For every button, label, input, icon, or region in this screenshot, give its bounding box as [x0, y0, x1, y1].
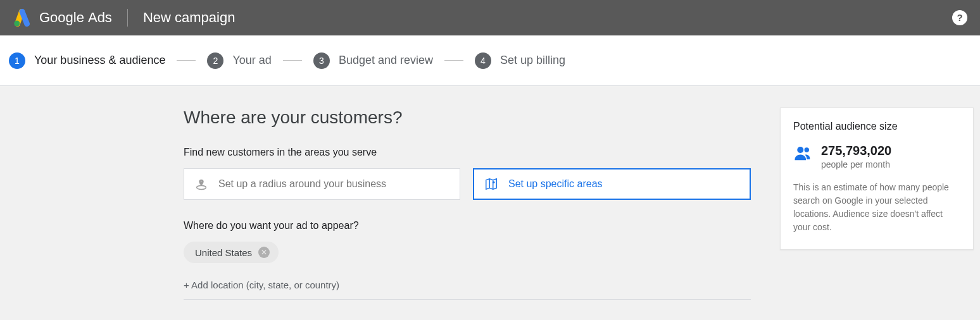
product-name-word1: Google — [39, 9, 84, 26]
product-lockup[interactable]: Google Ads — [13, 9, 112, 27]
header-title: New campaign — [143, 9, 236, 26]
step-business-audience[interactable]: 1 Your business & audience — [9, 52, 165, 69]
audience-icon — [793, 144, 812, 165]
help-icon: ? — [957, 12, 962, 23]
find-customers-heading: Find new customers in the areas you serv… — [184, 147, 751, 158]
help-button[interactable]: ? — [952, 10, 967, 25]
svg-point-4 — [797, 147, 803, 153]
step-label: Your business & audience — [34, 54, 165, 67]
audience-count: 275,793,020 — [821, 144, 891, 158]
targeting-options: Set up a radius around your business Set… — [184, 168, 751, 200]
svg-point-2 — [201, 181, 203, 183]
appear-heading: Where do you want your ad to appear? — [184, 220, 751, 231]
step-set-up-billing[interactable]: 4 Set up billing — [475, 52, 565, 69]
form-column: Where are your customers? Find new custo… — [184, 108, 751, 300]
audience-description: This is an estimate of how many people s… — [793, 181, 960, 234]
step-separator — [444, 60, 463, 61]
app-header: Google Ads New campaign ? — [0, 0, 980, 35]
main-content: Where are your customers? Find new custo… — [0, 86, 980, 300]
step-label: Set up billing — [500, 54, 565, 67]
step-budget-review[interactable]: 3 Budget and review — [313, 52, 433, 69]
svg-point-3 — [493, 181, 495, 183]
step-label: Your ad — [232, 54, 271, 67]
location-chip-label: United States — [195, 247, 252, 258]
product-name: Google Ads — [39, 9, 112, 26]
map-icon — [484, 177, 498, 191]
step-your-ad[interactable]: 2 Your ad — [207, 52, 271, 69]
step-number: 2 — [207, 52, 223, 69]
step-separator — [177, 60, 196, 61]
step-number: 1 — [9, 52, 25, 69]
step-separator — [283, 60, 302, 61]
radius-pin-icon — [194, 177, 208, 191]
header-divider — [127, 9, 128, 27]
progress-stepper: 1 Your business & audience 2 Your ad 3 B… — [0, 35, 980, 86]
step-label: Budget and review — [339, 54, 433, 67]
step-number: 4 — [475, 52, 491, 69]
step-number: 3 — [313, 52, 330, 69]
svg-point-1 — [197, 186, 206, 190]
option-specific-areas[interactable]: Set up specific areas — [473, 168, 751, 200]
google-ads-logo-icon — [13, 9, 32, 27]
audience-count-sub: people per month — [821, 159, 891, 169]
option-radius-label: Set up a radius around your business — [218, 178, 386, 190]
audience-size-panel: Potential audience size 275,793,020 peop… — [780, 108, 974, 250]
svg-point-0 — [14, 20, 20, 26]
location-chip[interactable]: United States ✕ — [184, 242, 279, 263]
option-radius[interactable]: Set up a radius around your business — [184, 168, 460, 200]
location-chips: United States ✕ — [184, 242, 751, 263]
panel-title: Potential audience size — [793, 121, 960, 132]
page-title: Where are your customers? — [184, 108, 751, 128]
audience-row: 275,793,020 people per month — [793, 144, 960, 169]
option-areas-label: Set up specific areas — [508, 178, 603, 190]
add-location-input[interactable]: + Add location (city, state, or country) — [184, 280, 751, 300]
remove-location-icon[interactable]: ✕ — [258, 247, 270, 258]
svg-point-5 — [805, 147, 810, 152]
product-name-word2: Ads — [88, 9, 112, 26]
